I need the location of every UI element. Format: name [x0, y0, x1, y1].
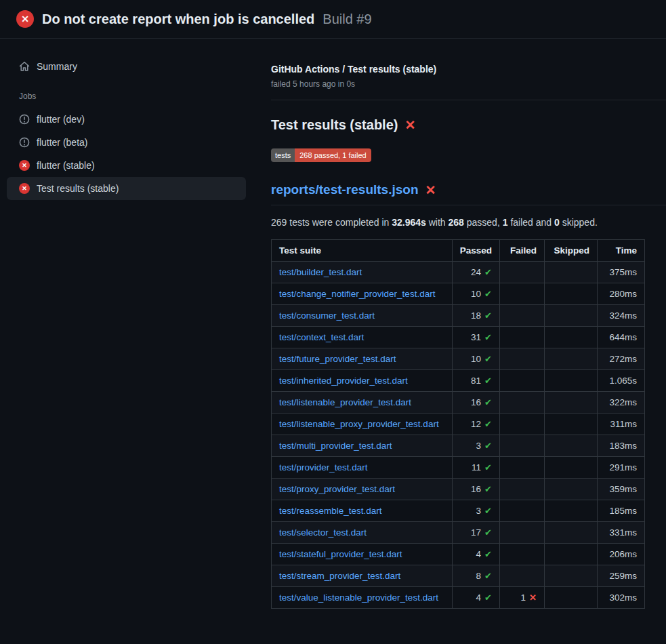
test-suite-link[interactable]: test/provider_test.dart — [279, 462, 368, 472]
summary-part: 268 — [449, 217, 464, 228]
time-cell: 644ms — [598, 327, 645, 348]
check-icon: ✔ — [484, 441, 492, 451]
sidebar-job-item[interactable]: flutter (dev) — [7, 108, 246, 131]
check-icon: ✔ — [484, 310, 492, 321]
check-icon: ✔ — [484, 571, 492, 581]
passed-cell: 16✔ — [452, 479, 499, 500]
run-meta: failed 5 hours ago in 0s — [271, 79, 645, 89]
test-suite-link[interactable]: test/proxy_provider_test.dart — [279, 484, 395, 494]
table-row: test/proxy_provider_test.dart16✔359ms — [272, 479, 645, 500]
failed-cell — [500, 283, 545, 305]
suite-cell: test/listenable_proxy_provider_test.dart — [272, 414, 453, 435]
passed-cell: 4✔ — [452, 587, 499, 609]
sidebar-job-label: flutter (stable) — [37, 160, 95, 171]
test-suite-link[interactable]: test/inherited_provider_test.dart — [279, 376, 408, 386]
failed-cell — [500, 392, 545, 414]
summary-part: 0 — [554, 217, 560, 228]
suite-cell: test/stream_provider_test.dart — [272, 565, 453, 587]
test-suite-link[interactable]: test/multi_provider_test.dart — [279, 441, 392, 451]
passed-cell: 11✔ — [452, 457, 499, 479]
passed-cell: 16✔ — [452, 392, 499, 414]
check-icon: ✔ — [484, 527, 492, 538]
sidebar-job-item[interactable]: flutter (beta) — [7, 131, 246, 154]
failed-cell — [500, 544, 545, 565]
test-suite-link[interactable]: test/reassemble_test.dart — [279, 506, 382, 516]
badge-label: tests — [271, 148, 295, 162]
test-suite-link[interactable]: test/context_test.dart — [279, 332, 364, 342]
badge-value: 268 passed, 1 failed — [295, 148, 371, 162]
test-suite-link[interactable]: test/selector_test.dart — [279, 527, 367, 538]
failed-x-icon: ✕ — [425, 184, 436, 197]
cross-icon: ✕ — [529, 592, 537, 603]
sidebar-job-label: flutter (dev) — [37, 114, 85, 125]
check-icon: ✔ — [484, 267, 492, 277]
table-header-row: Test suite Passed Failed Skipped Time — [272, 240, 645, 262]
test-suite-link[interactable]: test/future_provider_test.dart — [279, 354, 396, 364]
test-suite-link[interactable]: test/stateful_provider_test.dart — [279, 549, 402, 559]
failed-cell — [500, 522, 545, 544]
time-cell: 302ms — [598, 587, 645, 609]
skipped-cell — [545, 479, 598, 500]
failed-cell — [500, 479, 545, 500]
suite-cell: test/provider_test.dart — [272, 457, 453, 479]
col-header-time: Time — [598, 240, 645, 262]
skipped-cell — [545, 348, 598, 370]
passed-cell: 10✔ — [452, 348, 499, 370]
failed-cell — [500, 414, 545, 435]
passed-cell: 4✔ — [452, 544, 499, 565]
table-row: test/listenable_proxy_provider_test.dart… — [272, 414, 645, 435]
divider — [271, 100, 666, 100]
test-suite-link[interactable]: test/change_notifier_provider_test.dart — [279, 289, 435, 299]
suite-cell: test/listenable_provider_test.dart — [272, 392, 453, 414]
check-icon: ✔ — [484, 376, 492, 386]
sidebar-item-summary[interactable]: Summary — [7, 55, 246, 78]
summary-part: 269 tests were completed in — [271, 217, 392, 228]
passed-cell: 10✔ — [452, 283, 499, 305]
report-file-link[interactable]: reports/test-results.json — [271, 182, 419, 197]
failed-cell — [500, 435, 545, 457]
section-title-row: Test results (stable) ✕ — [271, 117, 645, 133]
failed-cell — [500, 305, 545, 327]
col-header-passed: Passed — [452, 240, 499, 262]
test-suite-link[interactable]: test/stream_provider_test.dart — [279, 571, 400, 581]
col-header-failed: Failed — [500, 240, 545, 262]
check-icon: ✔ — [484, 332, 492, 342]
test-suite-link[interactable]: test/listenable_provider_test.dart — [279, 397, 411, 407]
summary-part: passed, — [464, 217, 503, 228]
failed-cell — [500, 370, 545, 392]
table-row: test/provider_test.dart11✔291ms — [272, 457, 645, 479]
test-suite-link[interactable]: test/consumer_test.dart — [279, 310, 375, 321]
col-header-suite: Test suite — [272, 240, 453, 262]
time-cell: 331ms — [598, 522, 645, 544]
time-cell: 183ms — [598, 435, 645, 457]
skipped-cell — [545, 544, 598, 565]
skipped-cell — [545, 587, 598, 609]
skipped-cell — [545, 522, 598, 544]
jobs-list: flutter (dev)flutter (beta)✕flutter (sta… — [7, 108, 246, 200]
check-icon: ✔ — [484, 397, 492, 407]
summary-part: 1 — [503, 217, 508, 228]
test-suite-link[interactable]: test/value_listenable_provider_test.dart — [279, 592, 438, 603]
table-row: test/multi_provider_test.dart3✔183ms — [272, 435, 645, 457]
page-header: ✕ Do not create report when job is cance… — [0, 0, 666, 39]
test-suite-link[interactable]: test/builder_test.dart — [279, 267, 362, 277]
sidebar-job-item[interactable]: ✕flutter (stable) — [7, 154, 246, 177]
skipped-cell — [545, 327, 598, 348]
test-suite-link[interactable]: test/listenable_proxy_provider_test.dart — [279, 419, 439, 429]
check-icon: ✔ — [484, 354, 492, 364]
passed-cell: 17✔ — [452, 522, 499, 544]
table-row: test/builder_test.dart24✔375ms — [272, 262, 645, 283]
suite-cell: test/multi_provider_test.dart — [272, 435, 453, 457]
suite-cell: test/consumer_test.dart — [272, 305, 453, 327]
suite-cell: test/stateful_provider_test.dart — [272, 544, 453, 565]
failed-cell — [500, 348, 545, 370]
table-row: test/future_provider_test.dart10✔272ms — [272, 348, 645, 370]
passed-cell: 8✔ — [452, 565, 499, 587]
sidebar-job-item[interactable]: ✕Test results (stable) — [7, 177, 246, 200]
neutral-status-icon — [19, 137, 30, 148]
summary-part: with — [426, 217, 449, 228]
skipped-cell — [545, 392, 598, 414]
skipped-cell — [545, 500, 598, 522]
skipped-cell — [545, 565, 598, 587]
check-icon: ✔ — [484, 289, 492, 299]
